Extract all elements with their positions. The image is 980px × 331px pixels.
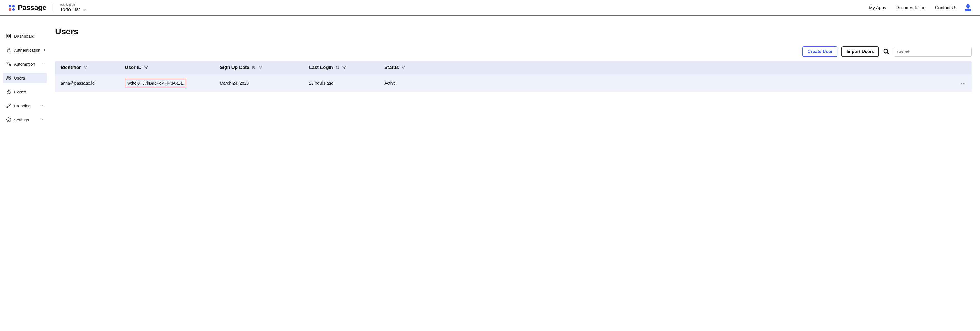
cell-user-id-highlighted: wdtej0T97kBaqFoVFjPuAxDE bbox=[125, 79, 186, 87]
col-identifier-label: Identifier bbox=[61, 65, 81, 70]
svg-point-23 bbox=[963, 83, 964, 83]
sidebar-item-dashboard[interactable]: Dashboard bbox=[3, 31, 47, 41]
gear-icon bbox=[6, 117, 11, 122]
sidebar-item-label: Authentication bbox=[14, 48, 40, 53]
sidebar-item-label: Users bbox=[14, 76, 25, 80]
cell-status: Active bbox=[382, 81, 412, 85]
sidebar-item-users[interactable]: Users bbox=[3, 73, 47, 83]
lock-icon bbox=[6, 48, 11, 53]
sidebar-item-automation[interactable]: Automation bbox=[3, 59, 47, 69]
table-row[interactable]: anna@passage.id wdtej0T97kBaqFoVFjPuAxDE… bbox=[55, 74, 972, 92]
sort-icon[interactable] bbox=[251, 65, 256, 70]
sidebar: Dashboard Authentication Automation U bbox=[0, 16, 49, 140]
sort-updown-icon[interactable] bbox=[335, 65, 340, 70]
cell-last-login: 20 hours ago bbox=[306, 81, 382, 85]
sidebar-item-label: Settings bbox=[14, 117, 29, 122]
chevron-right-icon bbox=[41, 62, 43, 65]
svg-rect-6 bbox=[7, 37, 8, 38]
svg-point-22 bbox=[961, 83, 962, 83]
filter-icon[interactable] bbox=[144, 65, 148, 70]
svg-marker-19 bbox=[259, 66, 262, 69]
sidebar-item-branding[interactable]: Branding bbox=[3, 101, 47, 111]
main-content: Users Create User Import Users Identifie… bbox=[49, 16, 980, 140]
toolbar: Create User Import Users bbox=[55, 46, 972, 57]
table-header: Identifier User ID Sign Up Date bbox=[55, 61, 972, 74]
sidebar-item-label: Branding bbox=[14, 104, 31, 108]
top-nav: My Apps Documentation Contact Us bbox=[869, 5, 957, 10]
col-signup-label: Sign Up Date bbox=[220, 65, 249, 70]
sidebar-item-label: Automation bbox=[14, 62, 35, 66]
svg-marker-18 bbox=[145, 66, 148, 69]
brand-name: Passage bbox=[18, 3, 46, 12]
sidebar-item-label: Dashboard bbox=[14, 34, 34, 38]
filter-icon[interactable] bbox=[258, 65, 263, 70]
chevron-right-icon bbox=[41, 104, 43, 107]
svg-point-15 bbox=[884, 49, 888, 53]
svg-marker-21 bbox=[402, 66, 405, 69]
filter-icon[interactable] bbox=[83, 65, 88, 70]
svg-point-1 bbox=[12, 5, 15, 7]
svg-rect-7 bbox=[9, 37, 11, 38]
nav-my-apps[interactable]: My Apps bbox=[869, 5, 886, 10]
pencil-icon bbox=[6, 103, 11, 108]
filter-icon[interactable] bbox=[401, 65, 406, 70]
application-selector[interactable]: Application Todo List bbox=[60, 3, 86, 13]
svg-rect-8 bbox=[7, 50, 10, 52]
dashboard-icon bbox=[6, 34, 11, 38]
search-input[interactable] bbox=[894, 47, 972, 57]
nav-documentation[interactable]: Documentation bbox=[896, 5, 926, 10]
stopwatch-icon bbox=[6, 89, 11, 94]
svg-rect-5 bbox=[9, 34, 11, 35]
svg-point-10 bbox=[9, 64, 11, 66]
topbar: Passage Application Todo List My Apps Do… bbox=[0, 0, 980, 16]
cell-sign-up: March 24, 2023 bbox=[217, 81, 306, 85]
application-label: Application bbox=[60, 3, 86, 6]
create-user-button[interactable]: Create User bbox=[802, 46, 837, 57]
svg-point-12 bbox=[9, 76, 11, 78]
svg-point-24 bbox=[964, 83, 965, 83]
chevron-right-icon bbox=[41, 118, 43, 121]
chevron-right-icon bbox=[43, 48, 46, 51]
user-avatar-icon[interactable] bbox=[964, 4, 972, 12]
svg-point-2 bbox=[9, 8, 11, 11]
col-userid-label: User ID bbox=[125, 65, 142, 70]
page-title: Users bbox=[55, 27, 972, 36]
search-icon[interactable] bbox=[883, 48, 889, 55]
chevron-down-icon bbox=[83, 8, 86, 11]
svg-point-0 bbox=[9, 5, 11, 7]
svg-line-16 bbox=[887, 53, 889, 54]
svg-point-14 bbox=[8, 119, 10, 121]
application-name: Todo List bbox=[60, 7, 80, 13]
svg-point-9 bbox=[7, 62, 8, 63]
automation-icon bbox=[6, 61, 11, 66]
sidebar-item-label: Events bbox=[14, 90, 27, 94]
filter-icon[interactable] bbox=[342, 65, 346, 70]
sidebar-item-events[interactable]: Events bbox=[3, 86, 47, 97]
import-users-button[interactable]: Import Users bbox=[842, 46, 879, 57]
brand-mark-icon bbox=[8, 4, 16, 12]
users-icon bbox=[6, 75, 11, 80]
svg-point-11 bbox=[7, 76, 9, 78]
svg-rect-4 bbox=[7, 34, 8, 35]
svg-marker-17 bbox=[84, 66, 87, 69]
col-login-label: Last Login bbox=[309, 65, 333, 70]
nav-contact-us[interactable]: Contact Us bbox=[935, 5, 957, 10]
brand-logo[interactable]: Passage bbox=[8, 3, 46, 12]
sidebar-item-settings[interactable]: Settings bbox=[3, 114, 47, 125]
users-table: Identifier User ID Sign Up Date bbox=[55, 61, 972, 92]
col-status-label: Status bbox=[384, 65, 399, 70]
svg-marker-20 bbox=[342, 66, 346, 69]
cell-identifier: anna@passage.id bbox=[58, 81, 122, 85]
row-actions-menu-icon[interactable] bbox=[961, 80, 966, 86]
svg-point-3 bbox=[12, 8, 15, 11]
sidebar-item-authentication[interactable]: Authentication bbox=[3, 45, 47, 55]
divider bbox=[53, 3, 53, 13]
